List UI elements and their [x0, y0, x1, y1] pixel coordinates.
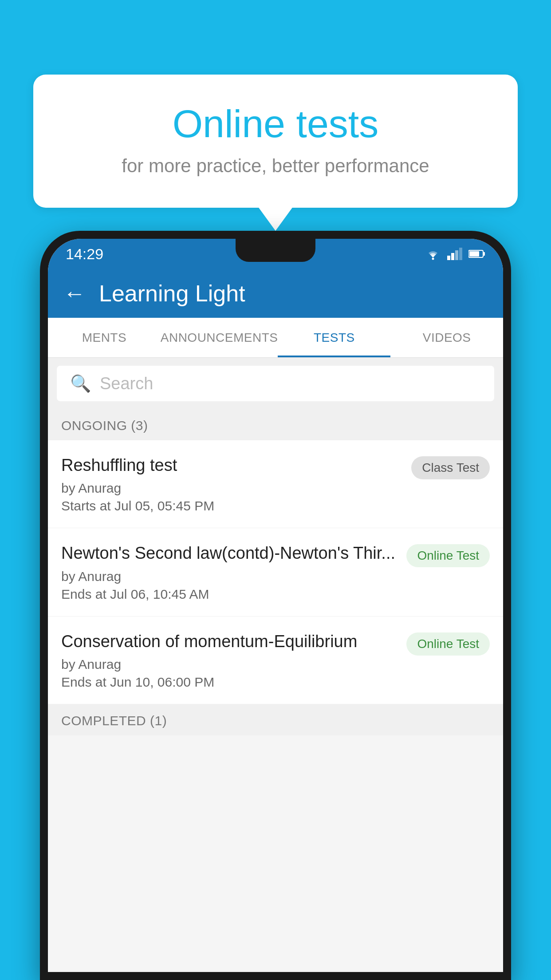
phone-notch [236, 239, 315, 262]
status-time: 14:29 [66, 245, 103, 263]
svg-rect-7 [483, 252, 485, 256]
test-item[interactable]: Conservation of momentum-Equilibrium by … [48, 616, 503, 704]
test-info: Conservation of momentum-Equilibrium by … [61, 631, 406, 690]
svg-rect-1 [447, 256, 450, 260]
svg-rect-4 [459, 248, 462, 260]
test-date: Ends at Jul 06, 10:45 AM [61, 587, 398, 602]
tab-videos[interactable]: VIDEOS [390, 318, 503, 357]
app-title: Learning Light [99, 280, 245, 307]
svg-rect-3 [455, 250, 458, 260]
search-icon: 🔍 [70, 374, 91, 393]
svg-rect-2 [451, 253, 454, 260]
completed-section-header: COMPLETED (1) [48, 704, 503, 735]
svg-rect-6 [469, 251, 479, 257]
ongoing-section-header: ONGOING (3) [48, 409, 503, 440]
wifi-icon [425, 248, 441, 260]
tab-tests[interactable]: TESTS [278, 318, 390, 357]
back-button[interactable]: ← [63, 282, 86, 304]
bubble-title: Online tests [55, 101, 496, 146]
phone-screen: 14:29 [48, 239, 503, 972]
test-name: Conservation of momentum-Equilibrium [61, 631, 398, 652]
tab-ments[interactable]: MENTS [48, 318, 161, 357]
test-name: Newton's Second law(contd)-Newton's Thir… [61, 542, 398, 564]
tab-announcements[interactable]: ANNOUNCEMENTS [161, 318, 278, 357]
search-bar[interactable]: 🔍 Search [57, 366, 494, 401]
status-icons [425, 248, 485, 260]
battery-icon [468, 249, 485, 259]
search-container: 🔍 Search [48, 358, 503, 409]
search-placeholder: Search [100, 374, 153, 393]
bubble-subtitle: for more practice, better performance [55, 155, 496, 177]
test-badge-online: Online Test [406, 544, 490, 567]
test-name: Reshuffling test [61, 454, 402, 476]
test-author: by Anurag [61, 481, 402, 496]
tabs-bar: MENTS ANNOUNCEMENTS TESTS VIDEOS [48, 318, 503, 358]
test-badge-class: Class Test [411, 456, 490, 479]
test-info: Reshuffling test by Anurag Starts at Jul… [61, 454, 411, 514]
app-bar: ← Learning Light [48, 269, 503, 318]
test-author: by Anurag [61, 657, 398, 672]
svg-point-0 [432, 258, 434, 260]
test-item[interactable]: Reshuffling test by Anurag Starts at Jul… [48, 440, 503, 528]
test-date: Ends at Jun 10, 06:00 PM [61, 675, 398, 690]
signal-icon [447, 248, 462, 260]
speech-bubble: Online tests for more practice, better p… [33, 75, 518, 208]
test-author: by Anurag [61, 569, 398, 584]
phone-frame: 14:29 [40, 231, 511, 980]
test-info: Newton's Second law(contd)-Newton's Thir… [61, 542, 406, 601]
test-badge-online: Online Test [406, 632, 490, 656]
test-date: Starts at Jul 05, 05:45 PM [61, 498, 402, 514]
test-item[interactable]: Newton's Second law(contd)-Newton's Thir… [48, 528, 503, 616]
test-list: Reshuffling test by Anurag Starts at Jul… [48, 440, 503, 704]
